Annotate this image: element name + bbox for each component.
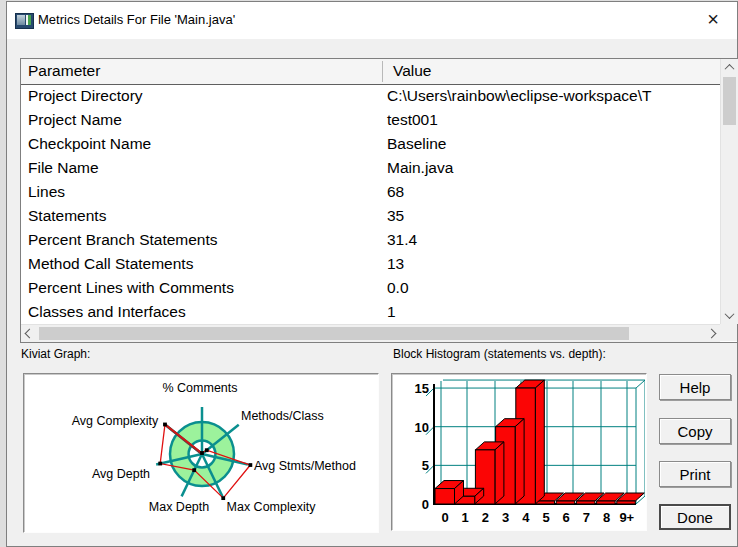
svg-text:Avg Depth: Avg Depth: [92, 467, 150, 481]
horizontal-scroll-thumb[interactable]: [39, 327, 629, 340]
scroll-right-button[interactable]: [703, 325, 720, 342]
kiviat-section-label: Kiviat Graph:: [21, 347, 90, 361]
row-value: 0.0: [387, 279, 409, 297]
table-header: Parameter Value: [21, 59, 720, 85]
row-value: 13: [387, 255, 404, 273]
svg-text:15: 15: [415, 381, 429, 396]
row-value: test001: [387, 111, 438, 129]
scroll-down-button[interactable]: [721, 307, 738, 324]
row-parameter: Method Call Statements: [28, 255, 193, 273]
table-body: Project Directory C:\Users\rainbow\eclip…: [21, 85, 720, 324]
scroll-left-button[interactable]: [21, 325, 38, 342]
table-row[interactable]: Lines 68: [21, 181, 720, 205]
svg-text:Methods/Class: Methods/Class: [241, 409, 324, 423]
svg-text:0: 0: [441, 510, 448, 525]
chevron-down-icon: [725, 309, 735, 319]
svg-text:10: 10: [415, 420, 429, 435]
row-parameter: Project Name: [28, 111, 122, 129]
row-parameter: Checkpoint Name: [28, 135, 151, 153]
svg-text:2: 2: [482, 510, 489, 525]
kiviat-graph: % CommentsMethods/ClassAvg Stmts/MethodM…: [25, 375, 377, 531]
svg-text:Max Complexity: Max Complexity: [227, 500, 317, 514]
chevron-up-icon: [725, 64, 735, 74]
column-header-value[interactable]: Value: [393, 62, 432, 80]
title-bar: Metrics Details For File 'Main.java' ×: [7, 2, 737, 39]
svg-text:5: 5: [542, 510, 549, 525]
row-value: 68: [387, 183, 404, 201]
svg-text:Avg Complexity: Avg Complexity: [72, 414, 159, 428]
svg-text:7: 7: [583, 510, 590, 525]
column-divider[interactable]: [382, 61, 383, 82]
table-row[interactable]: Percent Lines with Comments 0.0: [21, 277, 720, 301]
histogram-section-label: Block Histogram (statements vs. depth):: [393, 347, 606, 361]
chevron-right-icon: [707, 329, 717, 339]
close-icon: ×: [707, 8, 719, 30]
print-button[interactable]: Print: [659, 461, 731, 487]
table-row[interactable]: Method Call Statements 13: [21, 253, 720, 277]
row-value: 31.4: [387, 231, 417, 249]
done-button[interactable]: Done: [659, 504, 731, 530]
svg-text:4: 4: [522, 510, 530, 525]
row-parameter: File Name: [28, 159, 99, 177]
svg-text:1: 1: [462, 510, 469, 525]
row-value: 1: [387, 303, 396, 321]
row-parameter: Project Directory: [28, 87, 143, 105]
svg-text:8: 8: [603, 510, 610, 525]
screen: Metrics Details For File 'Main.java' × P…: [0, 0, 738, 547]
row-parameter: Classes and Interfaces: [28, 303, 186, 321]
svg-text:% Comments: % Comments: [162, 381, 237, 395]
block-histogram-panel: 0510150123456789+: [391, 373, 647, 531]
svg-text:0: 0: [422, 497, 429, 512]
svg-text:3: 3: [502, 510, 509, 525]
scrollbar-corner: [720, 324, 737, 341]
column-header-parameter[interactable]: Parameter: [28, 62, 100, 80]
metrics-table: Parameter Value Project Directory C:\Use…: [20, 58, 738, 343]
svg-text:Max Depth: Max Depth: [149, 500, 209, 514]
row-parameter: Percent Branch Statements: [28, 231, 218, 249]
row-value: C:\Users\rainbow\eclipse-workspace\T: [387, 87, 651, 105]
table-row[interactable]: Percent Branch Statements 31.4: [21, 229, 720, 253]
vertical-scrollbar[interactable]: [720, 59, 738, 324]
scroll-up-button[interactable]: [721, 59, 738, 76]
window-title: Metrics Details For File 'Main.java': [38, 12, 235, 27]
kiviat-graph-panel: % CommentsMethods/ClassAvg Stmts/MethodM…: [23, 373, 379, 533]
close-button[interactable]: ×: [692, 2, 734, 38]
row-value: 35: [387, 207, 404, 225]
horizontal-scrollbar[interactable]: [21, 324, 720, 342]
table-row[interactable]: Classes and Interfaces 1: [21, 301, 720, 324]
table-row[interactable]: File Name Main.java: [21, 157, 720, 181]
block-histogram: 0510150123456789+: [393, 375, 645, 529]
chevron-left-icon: [25, 329, 35, 339]
table-row[interactable]: Checkpoint Name Baseline: [21, 133, 720, 157]
svg-text:9+: 9+: [619, 510, 634, 525]
row-parameter: Statements: [28, 207, 106, 225]
table-row[interactable]: Statements 35: [21, 205, 720, 229]
metrics-details-dialog: Metrics Details For File 'Main.java' × P…: [6, 1, 738, 547]
app-icon: [15, 13, 34, 29]
svg-text:6: 6: [563, 510, 570, 525]
row-value: Main.java: [387, 159, 453, 177]
svg-text:Avg Stmts/Method: Avg Stmts/Method: [254, 459, 356, 473]
table-row[interactable]: Project Name test001: [21, 109, 720, 133]
row-parameter: Percent Lines with Comments: [28, 279, 234, 297]
row-parameter: Lines: [28, 183, 65, 201]
row-value: Baseline: [387, 135, 446, 153]
vertical-scroll-thumb[interactable]: [723, 77, 736, 125]
help-button[interactable]: Help: [659, 374, 731, 400]
svg-text:5: 5: [422, 458, 429, 473]
copy-button[interactable]: Copy: [659, 418, 731, 444]
table-row[interactable]: Project Directory C:\Users\rainbow\eclip…: [21, 85, 720, 109]
